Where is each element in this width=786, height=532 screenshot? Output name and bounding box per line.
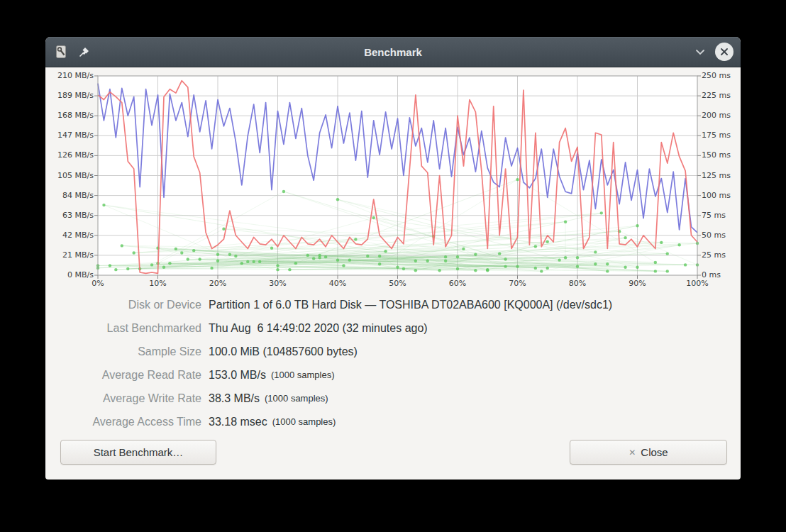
x-tick-label: 20% xyxy=(196,279,239,289)
x-tick-label: 30% xyxy=(257,279,299,289)
x-tick-label: 100% xyxy=(676,279,719,289)
avg-read-rate-samples: (1000 samples) xyxy=(271,370,335,380)
avg-read-rate-value: 153.0 MB/s(1000 samples) xyxy=(209,363,729,387)
x-tick-label: 10% xyxy=(137,279,179,289)
avg-access-time-label: Average Access Time xyxy=(60,410,201,433)
y-right-tick-label: 25 ms xyxy=(702,250,741,260)
last-benchmarked-label: Last Benchmarked xyxy=(60,316,201,340)
y-left-tick-label: 189 MB/s xyxy=(47,91,94,101)
y-left-tick-label: 210 MB/s xyxy=(47,71,94,81)
sample-size-value: 100.0 MiB (104857600 bytes) xyxy=(209,340,729,363)
avg-write-rate-samples: (1000 samples) xyxy=(265,393,328,404)
y-right-tick-label: 250 ms xyxy=(702,71,741,81)
avg-access-time-value: 33.18 msec(1000 samples) xyxy=(209,410,729,433)
close-icon[interactable] xyxy=(715,43,734,61)
avg-write-rate-value: 38.3 MB/s(1000 samples) xyxy=(209,387,729,410)
chevron-down-icon[interactable] xyxy=(695,49,705,55)
x-tick-label: 80% xyxy=(556,279,599,289)
y-right-tick-label: 200 ms xyxy=(702,111,741,121)
y-right-tick-label: 50 ms xyxy=(702,231,741,240)
avg-access-time-samples: (1000 samples) xyxy=(272,416,336,427)
y-left-tick-label: 105 MB/s xyxy=(47,171,94,181)
y-right-tick-label: 125 ms xyxy=(702,171,741,181)
benchmark-chart-plot xyxy=(98,76,697,275)
last-benchmarked-value: Thu Aug 6 14:49:02 2020 (32 minutes ago) xyxy=(209,316,729,340)
y-right-tick-label: 225 ms xyxy=(702,91,741,101)
close-button-glyph-icon: ✕ xyxy=(629,448,636,458)
x-tick-label: 0% xyxy=(77,279,119,289)
pin-icon[interactable] xyxy=(78,46,90,58)
benchmark-window: Benchmark Disk or Device Partition 1 of … xyxy=(45,37,741,480)
y-left-tick-label: 126 MB/s xyxy=(47,150,94,160)
y-right-tick-label: 150 ms xyxy=(702,150,741,160)
close-button[interactable]: ✕ Close xyxy=(570,440,727,465)
x-tick-label: 90% xyxy=(616,279,659,289)
x-tick-label: 60% xyxy=(436,279,479,289)
y-right-tick-label: 75 ms xyxy=(702,211,741,221)
disk-or-device-label: Disk or Device xyxy=(60,293,201,316)
start-benchmark-button[interactable]: Start Benchmark… xyxy=(60,440,216,465)
disk-or-device-value: Partition 1 of 6.0 TB Hard Disk — TOSHIB… xyxy=(209,293,729,316)
y-left-tick-label: 63 MB/s xyxy=(47,211,94,221)
avg-write-rate-label: Average Write Rate xyxy=(60,387,201,410)
x-tick-label: 50% xyxy=(377,279,419,289)
y-right-tick-label: 100 ms xyxy=(702,191,741,201)
titlebar[interactable]: Benchmark xyxy=(45,37,741,67)
benchmark-info: Disk or Device Partition 1 of 6.0 TB Har… xyxy=(60,293,729,433)
sample-size-label: Sample Size xyxy=(60,340,201,363)
y-left-tick-label: 21 MB/s xyxy=(47,250,94,260)
y-left-tick-label: 147 MB/s xyxy=(47,131,94,140)
disk-utility-icon xyxy=(54,45,68,59)
y-right-tick-label: 175 ms xyxy=(702,131,741,140)
y-left-tick-label: 42 MB/s xyxy=(47,231,94,240)
avg-read-rate-label: Average Read Rate xyxy=(60,363,201,387)
x-tick-label: 70% xyxy=(497,279,539,289)
window-title: Benchmark xyxy=(45,46,741,58)
y-left-tick-label: 84 MB/s xyxy=(47,191,94,201)
x-tick-label: 40% xyxy=(316,279,359,289)
y-left-tick-label: 168 MB/s xyxy=(47,111,94,121)
